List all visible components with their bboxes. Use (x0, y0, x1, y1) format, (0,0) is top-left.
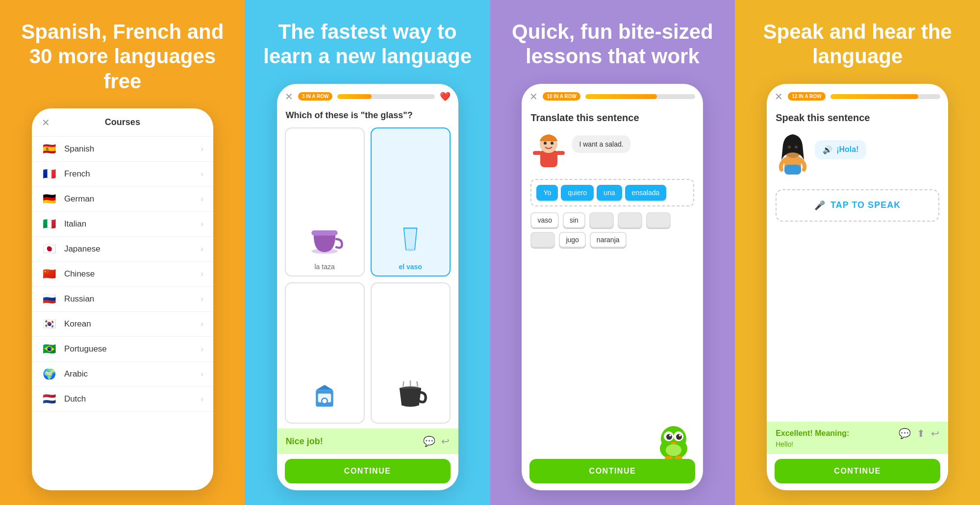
microphone-icon: 🎤 (814, 200, 826, 211)
continue-button-2[interactable]: CONTINUE (285, 459, 451, 483)
chevron-icon: › (201, 320, 203, 328)
course-item-left: 🇳🇱 Dutch (42, 394, 86, 404)
flag-icon-4[interactable]: ↩ (931, 428, 939, 439)
svg-point-11 (551, 142, 553, 145)
glass-image (388, 220, 432, 259)
course-item[interactable]: 🇮🇹 Italian › (32, 212, 213, 237)
phone-1: ✕ Courses 🇪🇸 Spanish › 🇫🇷 French › 🇩🇪 Ge… (32, 108, 213, 490)
quiz-close[interactable]: ✕ (285, 91, 293, 102)
option-milk[interactable] (285, 282, 365, 424)
translate-header: ✕ 10 IN A ROW (522, 84, 703, 105)
course-item-left: 🇯🇵 Japanese (42, 244, 101, 254)
duo-mascot (652, 422, 696, 461)
course-item[interactable]: 🇩🇪 German › (32, 187, 213, 212)
course-item[interactable]: 🇨🇳 Chinese › (32, 262, 213, 287)
option-glass[interactable]: el vaso (371, 127, 451, 277)
phone-4: ✕ 12 IN A ROW Speak this sentence (767, 84, 948, 490)
answer-area[interactable]: Yo quiero una ensalada (530, 179, 694, 206)
svg-point-10 (544, 142, 547, 145)
svg-rect-29 (784, 165, 801, 175)
flag-icon: 🇯🇵 (42, 244, 57, 254)
course-name: Japanese (64, 244, 101, 254)
chevron-icon: › (201, 220, 203, 228)
action-icons-4: 💬 ⬆ ↩ (899, 428, 939, 439)
svg-point-18 (666, 434, 672, 440)
continue-button-3[interactable]: CONTINUE (529, 459, 695, 483)
svg-point-27 (788, 146, 791, 149)
chevron-icon: › (201, 395, 203, 404)
word-vaso[interactable]: vaso (530, 212, 559, 228)
option-glass-label: el vaso (399, 263, 422, 271)
share-icon-4[interactable]: ⬆ (917, 428, 925, 439)
character-area: I want a salad. (530, 130, 694, 172)
tap-to-speak-box[interactable]: 🎤 TAP TO SPEAK (776, 189, 939, 222)
option-mug[interactable]: la taza (285, 127, 365, 277)
course-name: Korean (64, 319, 91, 329)
course-item[interactable]: 🌍 Arabic › (32, 362, 213, 387)
svg-point-28 (795, 146, 798, 149)
word-empty-3 (646, 212, 671, 228)
course-item[interactable]: 🇷🇺 Russian › (32, 287, 213, 312)
share-icon[interactable]: ↩ (441, 435, 450, 447)
flag-icon: 🇩🇪 (42, 194, 57, 204)
speak-section: Speak this sentence (767, 105, 948, 417)
progress-bar-4 (830, 94, 941, 99)
speaker-icon: 🔊 (823, 145, 832, 154)
course-item-left: 🇷🇺 Russian (42, 294, 94, 304)
comment-icon-4[interactable]: 💬 (899, 428, 911, 439)
flag-icon: 🇷🇺 (42, 294, 57, 304)
word-sin[interactable]: sin (563, 212, 585, 228)
flag-icon: 🇪🇸 (42, 144, 57, 154)
comment-icon[interactable]: 💬 (423, 435, 435, 447)
course-item-left: 🌍 Arabic (42, 369, 88, 379)
progress-fill-2 (337, 94, 371, 99)
course-name: German (64, 194, 94, 204)
milk-image (302, 375, 347, 414)
panel-2-title: The fastest way to learn a new language (260, 20, 476, 69)
course-item[interactable]: 🇧🇷 Portuguese › (32, 337, 213, 362)
person-character (530, 130, 567, 172)
nice-job-bar: Nice job! 💬 ↩ (277, 429, 458, 454)
svg-point-22 (666, 444, 681, 456)
translate-close[interactable]: ✕ (529, 91, 538, 102)
speak-close[interactable]: ✕ (775, 91, 783, 102)
flag-icon: 🇧🇷 (42, 344, 57, 354)
course-item-left: 🇪🇸 Spanish (42, 144, 94, 154)
course-name: Chinese (64, 269, 95, 279)
panel-languages: Spanish, French and 30 more languages fr… (0, 0, 245, 505)
courses-header: ✕ Courses (32, 108, 213, 137)
course-item[interactable]: 🇯🇵 Japanese › (32, 237, 213, 262)
word-naranja[interactable]: naranja (590, 232, 627, 248)
answer-chip-ensalada[interactable]: ensalada (625, 185, 667, 201)
quiz-question: Which of these is "the glass"? (277, 105, 458, 127)
course-item[interactable]: 🇪🇸 Spanish › (32, 137, 213, 162)
course-item[interactable]: 🇰🇷 Korean › (32, 312, 213, 337)
answer-chip-una[interactable]: una (597, 185, 622, 201)
svg-marker-4 (316, 384, 333, 390)
progress-bar-3 (585, 94, 696, 99)
chevron-icon: › (201, 245, 203, 253)
course-item[interactable]: 🇳🇱 Dutch › (32, 387, 213, 412)
speak-woman-svg (776, 130, 810, 179)
continue-button-4[interactable]: CONTINUE (775, 459, 940, 483)
chevron-icon: › (201, 170, 203, 178)
streak-badge-3: 10 IN A ROW (543, 92, 580, 101)
translate-section: Translate this sentence (522, 105, 703, 454)
svg-rect-12 (533, 151, 542, 155)
course-name: Portuguese (64, 344, 107, 354)
answer-chip-yo[interactable]: Yo (536, 185, 558, 201)
tap-speak-label: TAP TO SPEAK (830, 200, 901, 210)
option-coffee[interactable] (371, 282, 451, 424)
word-jugo[interactable]: jugo (559, 232, 585, 248)
hola-text: ¡Hola! (836, 145, 858, 154)
svg-rect-1 (311, 230, 337, 236)
courses-list: 🇪🇸 Spanish › 🇫🇷 French › 🇩🇪 German › 🇮🇹 … (32, 137, 213, 412)
progress-fill-4 (830, 94, 919, 99)
mug-image (302, 220, 347, 259)
answer-chip-quiero[interactable]: quiero (561, 185, 594, 201)
close-button[interactable]: ✕ (42, 117, 50, 128)
word-empty-2 (618, 212, 642, 228)
flag-icon: 🇫🇷 (42, 169, 57, 179)
panel-4-title: Speak and hear the language (750, 20, 965, 69)
course-item[interactable]: 🇫🇷 French › (32, 162, 213, 187)
